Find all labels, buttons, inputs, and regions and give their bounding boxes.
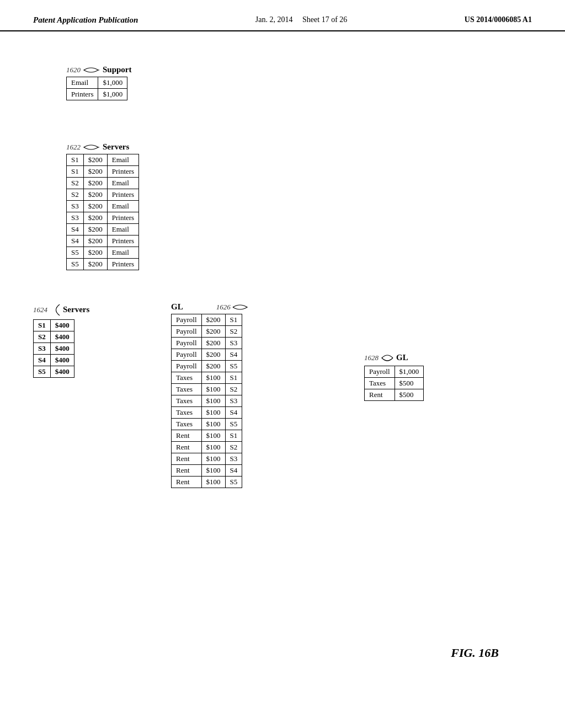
cell: $100 [201, 465, 225, 477]
cell: $400 [50, 343, 74, 355]
cell: Rent [172, 465, 202, 477]
cell: $200 [201, 338, 225, 349]
block-1624: 1624 Servers S1$400 S2$400 S3$400 S4$400… [33, 302, 89, 378]
table-row: S5$200Printers [67, 259, 139, 270]
table-row: Rent$100S4 [172, 465, 242, 477]
cell: S4 [34, 355, 51, 366]
cell: Rent [172, 453, 202, 465]
table-row: Taxes$100S2 [172, 384, 242, 395]
ref-1626: 1626 [216, 303, 231, 312]
cell: $1,000 [98, 89, 127, 100]
table-1622: S1$200Email S1$200Printers S2$200Email S… [66, 154, 139, 270]
table-row: S1$400 [34, 320, 74, 331]
ref-1622: 1622 [66, 143, 81, 152]
table-row: S5$200Email [67, 247, 139, 259]
cell: $100 [201, 477, 225, 488]
table-row: Email $1,000 [67, 77, 127, 89]
table-row: Payroll$200S2 [172, 326, 242, 338]
cell: S3 [225, 395, 242, 407]
cell: Taxes [365, 378, 395, 389]
table-row: S2$400 [34, 331, 74, 343]
block-1622: 1622 Servers S1$200Email S1$200Printers … [66, 142, 139, 270]
cell: Rent [172, 442, 202, 453]
title-1624: Servers [63, 305, 89, 314]
cell: S2 [67, 189, 84, 201]
title-1628: GL [396, 353, 408, 362]
cell: Rent [365, 389, 395, 401]
table-row: Payroll$200S3 [172, 338, 242, 349]
cell: S5 [67, 259, 84, 270]
cell: $500 [395, 389, 424, 401]
cell: $400 [50, 331, 74, 343]
table-row: S3$400 [34, 343, 74, 355]
cell: Payroll [172, 338, 202, 349]
ref-1628: 1628 [364, 354, 379, 362]
cell: S5 [67, 247, 84, 259]
cell: S4 [225, 407, 242, 419]
cell: S5 [225, 361, 242, 372]
table-row: Payroll$200S1 [172, 314, 242, 326]
cell: $200 [83, 178, 107, 189]
cell: $200 [83, 235, 107, 247]
block-1628: 1628 GL Payroll$1,000 Taxes$500 Rent$500 [364, 351, 424, 401]
table-row: Taxes$100S1 [172, 372, 242, 384]
cell: $200 [83, 259, 107, 270]
table-row: S4$200Printers [67, 235, 139, 247]
cell: S1 [67, 166, 84, 178]
cell: $200 [83, 201, 107, 212]
cell: Printers [107, 212, 138, 224]
cell: $200 [83, 247, 107, 259]
cell: S1 [225, 372, 242, 384]
title-1620: Support [103, 65, 132, 74]
cell: $1,000 [98, 77, 127, 89]
table-row: Taxes$100S4 [172, 407, 242, 419]
sheet-info: Sheet 17 of 26 [302, 15, 347, 24]
cell: $400 [50, 355, 74, 366]
cell: S4 [67, 235, 84, 247]
table-row: S1$200Email [67, 154, 139, 166]
table-row: S2$200Email [67, 178, 139, 189]
cell: S4 [225, 465, 242, 477]
cell: S1 [34, 320, 51, 331]
table-row: Taxes$100S5 [172, 419, 242, 430]
cell: $200 [83, 224, 107, 235]
cell: S5 [34, 366, 51, 378]
cell: S2 [225, 384, 242, 395]
cell: S2 [225, 442, 242, 453]
table-row: Printers $1,000 [67, 89, 127, 100]
cell: Email [107, 154, 138, 166]
cell: S1 [225, 430, 242, 442]
main-content: 1620 Support Email $1,000 Printers $1,00… [0, 31, 565, 693]
cell: $100 [201, 442, 225, 453]
cell: Payroll [172, 361, 202, 372]
cell: Taxes [172, 395, 202, 407]
cell: S5 [225, 419, 242, 430]
cell: S3 [225, 453, 242, 465]
cell: $200 [83, 166, 107, 178]
cell: $400 [50, 366, 74, 378]
cell: $400 [50, 320, 74, 331]
cell: Printers [107, 189, 138, 201]
table-1628: Payroll$1,000 Taxes$500 Rent$500 [364, 366, 424, 401]
fig-label: FIG. 16B [451, 646, 499, 660]
cell: Payroll [365, 366, 395, 378]
cell: S2 [34, 331, 51, 343]
cell: Email [107, 224, 138, 235]
cell: S3 [67, 212, 84, 224]
table-row: Rent$100S5 [172, 477, 242, 488]
cell: S1 [67, 154, 84, 166]
table-row: S5$400 [34, 366, 74, 378]
cell: S5 [225, 477, 242, 488]
cell: $100 [201, 419, 225, 430]
cell: $200 [83, 189, 107, 201]
header-center: Jan. 2, 2014 Sheet 17 of 26 [255, 15, 347, 24]
table-row: Payroll$200S5 [172, 361, 242, 372]
table-row: Rent$100S3 [172, 453, 242, 465]
cell: Taxes [172, 419, 202, 430]
table-row: S2$200Printers [67, 189, 139, 201]
ref-1624: 1624 [33, 306, 47, 314]
table-row: Taxes$100S3 [172, 395, 242, 407]
cell: S4 [67, 224, 84, 235]
cell: S1 [225, 314, 242, 326]
patent-number: US 2014/0006085 A1 [465, 15, 532, 24]
